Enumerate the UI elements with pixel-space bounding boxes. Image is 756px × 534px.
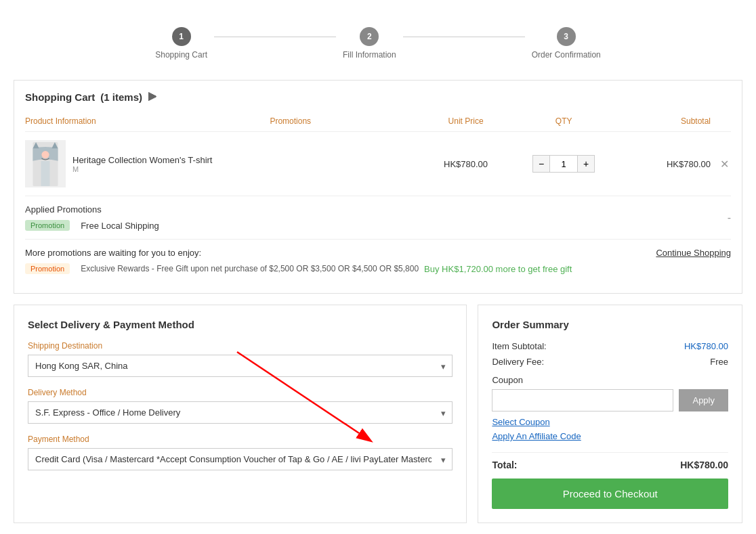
cart-row: Heritage Collection Women's T-shirt M HK… [25, 132, 731, 196]
header-qty: QTY [515, 116, 613, 126]
reward-promo-tag: Promotion [25, 263, 70, 274]
order-summary-title: Order Summary [492, 319, 728, 330]
step-2: 2 Fill Information [343, 27, 396, 60]
select-coupon-link[interactable]: Select Coupon [492, 417, 728, 427]
cart-section-title: Shopping Cart (1 items) ⯈ [25, 91, 731, 103]
promotions-row: Applied Promotions Promotion Free Local … [25, 204, 731, 231]
promo-description: Free Local Shipping [81, 221, 159, 231]
payment-method-wrapper: Credit Card (Visa / Mastercard *Accept C… [28, 448, 453, 470]
product-name: Heritage Collection Women's T-shirt [72, 155, 212, 165]
reward-promo-link[interactable]: Buy HK$1,720.00 more to get free gift [424, 264, 572, 274]
order-summary-section: Order Summary Item Subtotal: HK$780.00 D… [478, 305, 742, 523]
qty-decrease-button[interactable]: − [532, 155, 550, 173]
payment-method-group: Payment Method Credit Card (Visa / Maste… [28, 435, 453, 470]
checkout-stepper: 1 Shopping Cart 2 Fill Information 3 Ord… [14, 14, 742, 80]
shopping-cart-section: Shopping Cart (1 items) ⯈ Product Inform… [14, 80, 742, 294]
step-3: 3 Order Confirmation [532, 27, 601, 60]
delivery-fee-row: Delivery Fee: Free [492, 357, 728, 367]
applied-promotions: Applied Promotions Promotion Free Local … [25, 196, 731, 240]
shipping-label: Shipping Destination [28, 341, 453, 351]
qty-input[interactable] [550, 155, 577, 173]
svg-rect-1 [41, 160, 50, 185]
share-icon[interactable]: ⯈ [148, 91, 158, 103]
cart-header: Product Information Promotions Unit Pric… [25, 111, 731, 132]
shipping-destination-group: Shipping Destination Hong Kong SAR, Chin… [28, 341, 453, 377]
item-subtotal-label: Item Subtotal: [492, 341, 546, 351]
coupon-label: Coupon [492, 375, 728, 385]
continue-shopping-link[interactable]: Continue Shopping [656, 248, 731, 258]
step-1: 1 Shopping Cart [155, 27, 207, 60]
qty-control: − + [515, 155, 613, 173]
more-promos-header: More promotions are waiting for you to e… [25, 248, 731, 258]
svg-point-2 [41, 151, 49, 158]
promo-tag: Promotion [25, 220, 70, 231]
step-3-label: Order Confirmation [532, 50, 601, 60]
product-variant: M [72, 165, 212, 173]
payment-method-select[interactable]: Credit Card (Visa / Mastercard *Accept C… [28, 448, 453, 470]
delivery-method-select[interactable]: S.F. Express - Office / Home Delivery [28, 401, 453, 424]
qty-increase-button[interactable]: + [577, 155, 595, 173]
delivery-section: Select Delivery & Payment Method Shippin… [14, 305, 467, 523]
delivery-method-wrapper: S.F. Express - Office / Home Delivery [28, 401, 453, 424]
step-2-circle: 2 [360, 27, 379, 46]
promotions-left: Applied Promotions Promotion Free Local … [25, 204, 159, 231]
total-row: Total: HK$780.00 [492, 452, 728, 470]
affiliate-code-link[interactable]: Apply An Affiliate Code [492, 431, 728, 441]
item-subtotal-row: Item Subtotal: HK$780.00 [492, 341, 728, 351]
step-line-1 [214, 37, 336, 37]
product-details: Heritage Collection Women's T-shirt M [72, 155, 212, 173]
header-subtotal: Subtotal [612, 116, 731, 126]
coupon-input[interactable] [492, 389, 673, 411]
product-unit-price: HK$780.00 [417, 159, 515, 169]
total-label: Total: [492, 460, 517, 470]
step-1-label: Shopping Cart [155, 50, 207, 60]
product-subtotal: HK$780.00 [612, 159, 717, 169]
step-2-label: Fill Information [343, 50, 396, 60]
step-line-2 [403, 37, 525, 37]
remove-item-button[interactable]: ✕ [717, 158, 731, 171]
applied-promotions-title: Applied Promotions [25, 204, 159, 215]
delivery-fee-value: Free [710, 357, 728, 367]
bottom-section: Select Delivery & Payment Method Shippin… [14, 305, 742, 523]
header-promotions: Promotions [270, 116, 417, 126]
coupon-section: Coupon Apply Select Coupon Apply An Affi… [492, 375, 728, 441]
shipping-select-wrapper: Hong Kong SAR, China [28, 355, 453, 377]
shipping-select[interactable]: Hong Kong SAR, China [28, 355, 453, 377]
cart-title-text: Shopping Cart [25, 91, 95, 103]
coupon-input-row: Apply [492, 389, 728, 411]
promo-dash: - [728, 212, 731, 224]
reward-promo-row: Promotion Exclusive Rewards - Free Gift … [25, 263, 731, 274]
delivery-method-group: Delivery Method S.F. Express - Office / … [28, 388, 453, 424]
product-info: Heritage Collection Women's T-shirt M [25, 140, 270, 187]
delivery-method-label: Delivery Method [28, 388, 453, 397]
delivery-title: Select Delivery & Payment Method [28, 319, 453, 330]
item-subtotal-value: HK$780.00 [684, 341, 728, 351]
cart-item-count: (1 items) [100, 91, 142, 103]
promo-item: Promotion Free Local Shipping [25, 220, 159, 231]
more-promotions: More promotions are waiting for you to e… [25, 240, 731, 282]
payment-method-label: Payment Method [28, 435, 453, 444]
reward-promo-text: Exclusive Rewards - Free Gift upon net p… [81, 264, 419, 273]
product-image [25, 140, 66, 187]
step-3-circle: 3 [557, 27, 576, 46]
checkout-button[interactable]: Proceed to Checkout [492, 479, 728, 509]
header-unit-price: Unit Price [417, 116, 515, 126]
total-value: HK$780.00 [680, 460, 728, 470]
delivery-fee-label: Delivery Fee: [492, 357, 544, 367]
header-product: Product Information [25, 116, 270, 126]
step-1-circle: 1 [172, 27, 191, 46]
more-promos-text: More promotions are waiting for you to e… [25, 248, 201, 258]
apply-coupon-button[interactable]: Apply [679, 389, 728, 411]
